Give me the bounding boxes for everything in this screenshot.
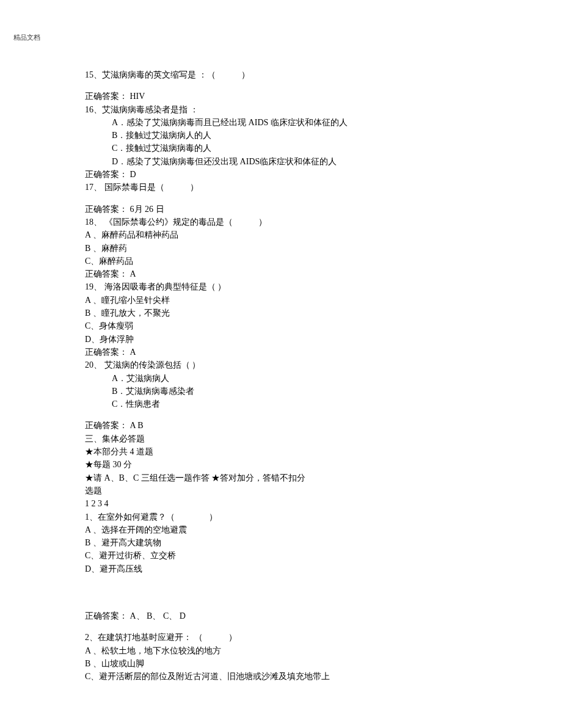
q16-opt-c: C．接触过艾滋病病毒的人	[85, 142, 476, 155]
document-content: 15、艾滋病病毒的英文缩写是 ：（ ） 正确答案： HIV 16、艾滋病病毒感染…	[85, 69, 476, 683]
section3-pick: 选题	[85, 485, 476, 497]
section3-rule2: ★每题 30 分	[85, 459, 476, 471]
sq1-answer: 正确答案： A、 B、 C、 D	[85, 610, 476, 622]
sq2-opt-c: C、避开活断层的部位及附近古河道、旧池塘或沙滩及填充地带上	[85, 671, 476, 683]
sq2-opt-a: A 、松软土地，地下水位较浅的地方	[85, 645, 476, 657]
q18-answer: 正确答案： A	[85, 268, 476, 280]
q18-opt-c: C、麻醉药品	[85, 255, 476, 268]
q19-opt-c: C、身体瘦弱	[85, 320, 476, 332]
sq1-opt-d: D、避开高压线	[85, 563, 476, 575]
q19-opt-a: A 、瞳孔缩小呈针尖样	[85, 294, 476, 307]
sq1-opt-b: B 、避开高大建筑物	[85, 537, 476, 549]
sq2-opt-b: B 、山坡或山脚	[85, 658, 476, 670]
q16-opt-b: B．接触过艾滋病病人的人	[85, 129, 476, 142]
q18-text: 18、 《国际禁毒公约》规定的毒品是（ ）	[85, 216, 476, 228]
sq1-text: 1、在室外如何避震？（ ）	[85, 511, 476, 523]
q20-opt-c: C．性病患者	[85, 398, 476, 410]
header-label: 精品文档	[13, 33, 40, 42]
section3-title: 三、集体必答题	[85, 433, 476, 445]
sq1-opt-a: A 、选择在开阔的空地避震	[85, 524, 476, 536]
sq2-text: 2、在建筑打地基时应避开： （ ）	[85, 632, 476, 644]
q16-opt-a: A．感染了艾滋病病毒而且已经出现 AIDS 临床症状和体征的人	[85, 117, 476, 129]
q20-opt-a: A．艾滋病病人	[85, 373, 476, 385]
section3-rule3: ★请 A、B、C 三组任选一题作答 ★答对加分，答错不扣分	[85, 472, 476, 484]
sq1-opt-c: C、避开过街桥、立交桥	[85, 550, 476, 562]
q17-text: 17、 国际禁毒日是（ ）	[85, 181, 476, 194]
q20-text: 20、 艾滋病的传染源包括（ ）	[85, 359, 476, 371]
q19-text: 19、 海洛因吸毒者的典型特征是（ ）	[85, 281, 476, 293]
q19-answer: 正确答案： A	[85, 346, 476, 359]
q15-answer: 正确答案： HIV	[85, 90, 476, 103]
q16-answer: 正确答案： D	[85, 169, 476, 181]
q18-opt-b: B 、麻醉药	[85, 242, 476, 255]
section3-nums: 1 2 3 4	[85, 498, 476, 510]
q20-answer: 正确答案： A B	[85, 420, 476, 432]
q18-opt-a: A 、麻醉药品和精神药品	[85, 229, 476, 241]
q17-answer: 正确答案： 6月 26 日	[85, 203, 476, 216]
section3-rule1: ★本部分共 4 道题	[85, 446, 476, 458]
q19-opt-b: B 、瞳孔放大，不聚光	[85, 307, 476, 319]
q16-text: 16、艾滋病病毒感染者是指 ：	[85, 104, 476, 116]
q15-text: 15、艾滋病病毒的英文缩写是 ：（ ）	[85, 69, 476, 81]
q19-opt-d: D、身体浮肿	[85, 333, 476, 346]
q16-opt-d: D．感染了艾滋病病毒但还没出现 AIDS临床症状和体征的人	[85, 156, 476, 168]
q20-opt-b: B．艾滋病病毒感染者	[85, 385, 476, 398]
